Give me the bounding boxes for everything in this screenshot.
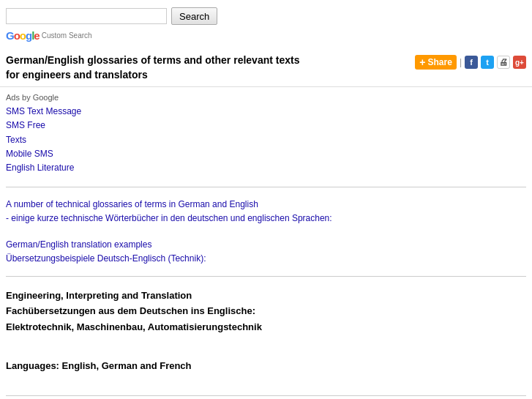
- share-bar: + Share | f t 🖨 g+: [415, 53, 526, 70]
- page-title-area: German/English glossaries of terms and o…: [0, 48, 532, 86]
- divider-3: [6, 395, 526, 396]
- ad-link-2[interactable]: SMS Free: [6, 119, 526, 133]
- google-plus-icon[interactable]: g+: [513, 56, 526, 69]
- translation-link-en[interactable]: German/English translation examples: [6, 238, 526, 252]
- main-content: A number of technical glossaries of term…: [0, 187, 532, 399]
- ad-link-1[interactable]: SMS Text Message: [6, 105, 526, 119]
- engineering-line2: Fachübersetzungen aus dem Deutschen ins …: [6, 304, 526, 318]
- glossaries-section: A number of technical glossaries of term…: [6, 193, 526, 230]
- engineering-section: Engineering, Interpreting and Translatio…: [6, 283, 526, 342]
- languages-text: Languages: English, German and French: [6, 359, 526, 373]
- engineering-line1: Engineering, Interpreting and Translatio…: [6, 288, 526, 303]
- ads-area: Ads by Google SMS Text Message SMS Free …: [0, 86, 532, 181]
- translation-section: German/English translation examples Über…: [6, 234, 526, 270]
- languages-section: Languages: English, German and French: [6, 353, 526, 381]
- facebook-icon[interactable]: f: [465, 56, 478, 69]
- print-icon[interactable]: 🖨: [497, 56, 510, 69]
- search-bar: Search: [0, 0, 532, 28]
- divider-1: [6, 187, 526, 187]
- ad-link-3[interactable]: Texts: [6, 133, 526, 147]
- custom-search-label: Custom Search: [42, 31, 92, 40]
- plus-icon: +: [419, 56, 425, 68]
- divider-2: [6, 276, 526, 277]
- translation-link-de[interactable]: Übersetzungsbeispiele Deutsch-Englisch (…: [6, 252, 526, 266]
- ad-link-5[interactable]: English Literature: [6, 161, 526, 175]
- page-title: German/English glossaries of terms and o…: [6, 53, 299, 82]
- glossaries-link-de[interactable]: - einige kurze technische Wörterbücher i…: [6, 212, 526, 225]
- share-separator: |: [460, 57, 462, 67]
- search-button[interactable]: Search: [171, 7, 217, 25]
- engineering-line3: Elektrotechnik, Maschinenbau, Automatisi…: [6, 320, 526, 335]
- ads-by-google-label: Ads by Google: [6, 93, 526, 102]
- search-input[interactable]: [6, 8, 167, 24]
- twitter-icon[interactable]: t: [481, 56, 494, 69]
- ad-link-4[interactable]: Mobile SMS: [6, 147, 526, 161]
- google-branding: Google Custom Search: [0, 28, 532, 48]
- share-button[interactable]: + Share: [415, 55, 457, 70]
- google-logo: Google: [6, 29, 40, 42]
- glossaries-link-en[interactable]: A number of technical glossaries of term…: [6, 198, 526, 212]
